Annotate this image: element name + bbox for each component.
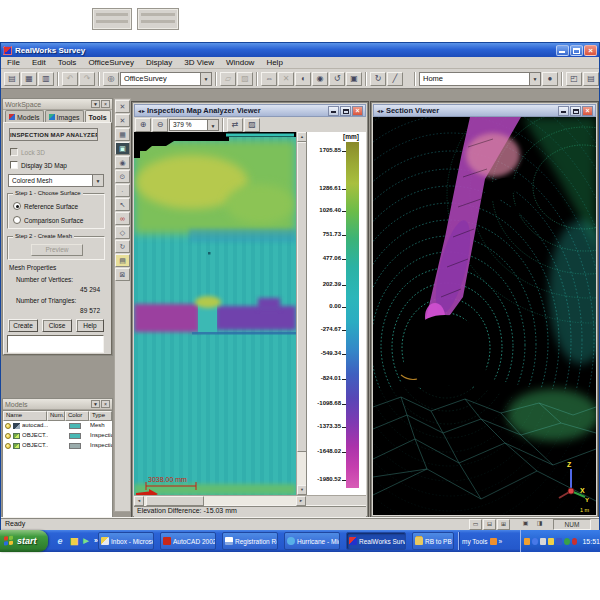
preview-button[interactable]: Preview	[31, 244, 83, 256]
close-icon[interactable]: ×	[101, 100, 110, 108]
col-name[interactable]: Name	[3, 411, 47, 421]
table-row[interactable]: OBJECT... Inspectio	[3, 431, 112, 441]
menu-display[interactable]: Display	[140, 58, 178, 67]
tray-icon[interactable]	[564, 538, 570, 545]
task-registration[interactable]: Registration Rep...	[222, 532, 278, 550]
lock-icon[interactable]: ⊠	[115, 268, 130, 281]
orbit-icon[interactable]: ◇	[115, 226, 130, 239]
close-button[interactable]: ×	[584, 45, 597, 56]
maximize-button[interactable]	[570, 106, 581, 116]
rotate-icon[interactable]: ↺	[329, 72, 345, 86]
delete-icon[interactable]: ✕	[115, 114, 130, 127]
models-titlebar[interactable]: Models ▼ ×	[3, 399, 112, 410]
segment-icon[interactable]: ▱	[220, 72, 236, 86]
table-row[interactable]: OBJECT... Inspectio	[3, 441, 112, 451]
chevron-down-icon[interactable]: ▼	[92, 175, 103, 186]
menu-help[interactable]: Help	[260, 58, 288, 67]
col-type[interactable]: Type	[89, 411, 112, 421]
view-combo[interactable]: Home ▼	[419, 72, 541, 86]
examiner-icon[interactable]: ◉	[115, 156, 130, 169]
point-icon[interactable]: ∙	[115, 184, 130, 197]
close-button[interactable]: ×	[352, 106, 363, 116]
zoom-out-icon[interactable]: ⊖	[152, 118, 168, 132]
render-icon[interactable]: ▣	[346, 72, 362, 86]
zoom-combo[interactable]: 379 % ▼	[169, 119, 219, 131]
hscroll-thumb[interactable]	[146, 496, 204, 506]
tray-icon[interactable]	[556, 538, 562, 545]
maximize-button[interactable]	[340, 106, 351, 116]
redo-icon[interactable]: ↷	[79, 72, 95, 86]
layout-split-h-icon[interactable]: ⊟	[483, 519, 496, 530]
scroll-left-icon[interactable]: ◄	[134, 496, 144, 506]
layout-grid-icon[interactable]: ⊞	[497, 519, 510, 530]
overflow-chevron-icon[interactable]: »	[499, 538, 503, 545]
map-vscrollbar[interactable]: ▲ ▼	[296, 132, 306, 495]
mesh-type-combo[interactable]: Colored Mesh ▼	[8, 174, 104, 187]
cut-plane-icon[interactable]: ✕	[115, 100, 130, 113]
task-folder[interactable]: RB to PB	[412, 532, 454, 550]
display-3d-checkbox[interactable]	[10, 161, 18, 169]
tab-tools[interactable]: Tools	[85, 110, 111, 122]
menu-edit[interactable]: Edit	[26, 58, 52, 67]
chevron-down-icon[interactable]: ▼	[529, 73, 540, 85]
section-viewer-titlebar[interactable]: ◄► Section Viewer ×	[373, 104, 596, 117]
workflow-combo[interactable]: OfficeSurvey ▼	[120, 72, 212, 86]
user-icon[interactable]: ●	[542, 72, 558, 86]
menu-officesurvey[interactable]: OfficeSurvey	[82, 58, 140, 67]
visibility-bulb-icon[interactable]	[5, 433, 11, 439]
refresh-icon[interactable]: ↻	[370, 72, 386, 86]
print-icon[interactable]: ▥	[38, 72, 54, 86]
workspace-titlebar[interactable]: WorkSpace ▼ ×	[3, 99, 112, 110]
heatmap-canvas[interactable]: 3038.00 mm	[134, 132, 296, 495]
task-autocad[interactable]: AutoCAD 2002	[160, 532, 216, 550]
pick-icon[interactable]: ↖	[115, 198, 130, 211]
internet-explorer-icon[interactable]: e	[54, 535, 66, 547]
tray-icon[interactable]	[572, 538, 578, 545]
tab-models[interactable]: Models	[5, 110, 44, 122]
pin-icon[interactable]: ▼	[91, 400, 100, 408]
view-mode-icon[interactable]: ◨	[533, 519, 546, 530]
close-icon[interactable]: ×	[101, 400, 110, 408]
sampling-icon[interactable]: ▣	[115, 142, 130, 155]
title-bar[interactable]: RealWorks Survey ×	[1, 43, 599, 57]
scroll-right-icon[interactable]: ►	[296, 496, 306, 506]
open-icon[interactable]: ▤	[4, 72, 20, 86]
palette-icon[interactable]: ▤	[115, 254, 130, 267]
save-icon[interactable]: ▦	[21, 72, 37, 86]
section-3d-canvas[interactable]: Z X Y 1 m	[373, 117, 596, 515]
task-realworks[interactable]: RealWorks Survey	[346, 532, 406, 550]
chevron-down-icon[interactable]: ▼	[200, 73, 211, 85]
delete-icon[interactable]: ✕	[278, 72, 294, 86]
maximize-button[interactable]	[570, 45, 583, 56]
minimize-button[interactable]	[558, 106, 569, 116]
tray-icon[interactable]	[548, 538, 554, 545]
examine-icon[interactable]: ◉	[312, 72, 328, 86]
task-hurricane[interactable]: Hurricane - Micro...	[284, 532, 340, 550]
glasses-icon[interactable]: ∞	[115, 212, 130, 225]
minimize-button[interactable]	[328, 106, 339, 116]
map-viewer-titlebar[interactable]: ◄► Inspection Map Analyzer Viewer ×	[134, 104, 366, 117]
tray-icon[interactable]	[532, 538, 538, 545]
close-button[interactable]: ×	[582, 106, 593, 116]
close-button[interactable]: Close	[42, 319, 72, 332]
create-button[interactable]: Create	[8, 319, 38, 332]
col-num[interactable]: Num...	[47, 411, 65, 421]
tab-images[interactable]: Images	[45, 110, 84, 122]
fit-icon[interactable]: ⇄	[227, 118, 243, 132]
comparison-radio[interactable]	[13, 216, 21, 224]
lock-3d-checkbox[interactable]	[10, 148, 18, 156]
quicklaunch-icon[interactable]: ▦	[68, 535, 80, 547]
menu-window[interactable]: Window	[220, 58, 260, 67]
mesh-icon[interactable]: ▦	[115, 128, 130, 141]
help-button[interactable]: Help	[76, 319, 104, 332]
table-row[interactable]: autocad... Mesh	[3, 421, 112, 431]
sync-icon[interactable]: ▣	[519, 519, 532, 530]
tray-icon[interactable]	[540, 538, 546, 545]
edit-icon[interactable]: ╱	[387, 72, 403, 86]
sample-icon[interactable]: ▨	[237, 72, 253, 86]
undo-icon[interactable]: ↶	[62, 72, 78, 86]
menu-file[interactable]: File	[1, 58, 26, 67]
start-button[interactable]: start	[0, 530, 48, 552]
tray-icon[interactable]	[524, 538, 530, 545]
pin-icon[interactable]: ▼	[91, 100, 100, 108]
